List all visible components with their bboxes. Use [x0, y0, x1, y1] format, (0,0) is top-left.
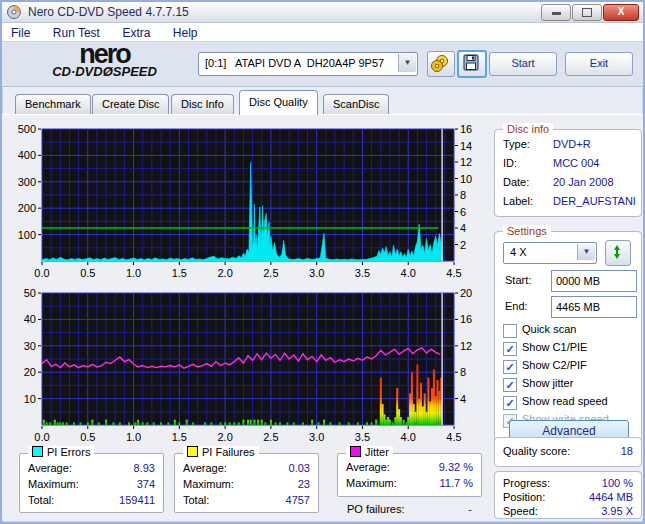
- checkbox-label: Quick scan: [522, 323, 576, 335]
- pif-total-value: 4757: [286, 494, 310, 506]
- menu-help[interactable]: Help: [164, 24, 207, 42]
- svg-text:2.0: 2.0: [217, 267, 232, 279]
- speed-select[interactable]: 4 X ▼: [503, 242, 597, 264]
- jitter-average-value: 9.32 %: [439, 461, 473, 473]
- pi-errors-box: PI Errors Average: 8.93 Maximum: 374 Tot…: [19, 453, 164, 513]
- checkbox-box[interactable]: ✓: [503, 396, 517, 410]
- disc-date-value: 20 Jan 2008: [553, 176, 614, 188]
- close-icon: X: [618, 6, 625, 17]
- minimize-button[interactable]: [541, 4, 571, 21]
- refresh-button[interactable]: [605, 240, 631, 266]
- svg-text:8: 8: [460, 189, 466, 201]
- close-button[interactable]: X: [603, 4, 639, 21]
- svg-text:1.0: 1.0: [126, 267, 141, 279]
- checkbox-box[interactable]: ✓: [503, 378, 517, 392]
- end-position-field[interactable]: [551, 296, 637, 318]
- tab-create-disc[interactable]: Create Disc: [92, 94, 169, 115]
- svg-text:10: 10: [460, 173, 472, 185]
- refresh-arrows-icon: [606, 241, 628, 263]
- jitter-swatch: [350, 446, 361, 457]
- start-position-label: Start:: [505, 274, 531, 286]
- speed-label: Speed:: [503, 505, 538, 517]
- title-bar: Nero CD-DVD Speed 4.7.7.15 X: [2, 2, 643, 23]
- disc-id-label: ID:: [503, 157, 517, 169]
- exit-button[interactable]: Exit: [565, 52, 633, 76]
- checkbox-show-c2-pif[interactable]: ✓Show C2/PIF: [503, 358, 637, 376]
- app-window: Nero CD-DVD Speed 4.7.7.15 X File Run Te…: [0, 0, 645, 524]
- svg-text:10: 10: [24, 393, 36, 405]
- nero-logo: nero CD·DVDØSPEED: [22, 42, 187, 78]
- po-failures-label: PO failures:: [347, 503, 404, 515]
- end-position-label: End:: [505, 300, 528, 312]
- svg-text:12: 12: [460, 340, 472, 352]
- speed-value: 3.95 X: [601, 505, 633, 517]
- tab-benchmark[interactable]: Benchmark: [15, 94, 91, 115]
- pie-average-value: 8.93: [134, 462, 155, 474]
- tab-disc-info[interactable]: Disc Info: [171, 94, 234, 115]
- toolbar: nero CD·DVDØSPEED [0:1] ATAPI DVD A DH20…: [2, 42, 643, 87]
- svg-text:4.0: 4.0: [401, 267, 416, 279]
- checkbox-box[interactable]: ✓: [503, 360, 517, 374]
- pi-failures-title: PI Failures: [183, 446, 259, 458]
- chevron-down-icon[interactable]: ▼: [577, 244, 595, 260]
- svg-text:0.5: 0.5: [80, 431, 95, 443]
- menu-file[interactable]: File: [2, 24, 39, 42]
- chevron-down-icon[interactable]: ▼: [398, 54, 416, 72]
- minimize-icon: [552, 12, 561, 15]
- save-button[interactable]: [457, 50, 487, 78]
- svg-text:4.5: 4.5: [446, 431, 461, 443]
- pie-total-label: Total:: [28, 494, 54, 506]
- svg-text:8: 8: [460, 366, 466, 378]
- svg-text:16: 16: [460, 123, 472, 135]
- svg-text:0.5: 0.5: [80, 267, 95, 279]
- disc-label-value: DER_AUFSTANI: [553, 195, 636, 207]
- settings-title: Settings: [503, 225, 551, 237]
- disc-label-label: Label:: [503, 195, 533, 207]
- tab-disc-quality[interactable]: Disc Quality: [239, 90, 318, 115]
- checkbox-label: Show read speed: [522, 395, 608, 407]
- svg-text:16: 16: [460, 313, 472, 325]
- checkbox-box[interactable]: ✓: [503, 342, 517, 356]
- disc-info-title: Disc info: [503, 123, 553, 135]
- pi-failures-jitter-chart: 1020304050481216200.00.51.01.52.02.53.03…: [4, 287, 490, 449]
- svg-text:500: 500: [18, 123, 36, 135]
- svg-text:12: 12: [460, 156, 472, 168]
- svg-text:6: 6: [460, 206, 466, 218]
- checkbox-show-c1-pie[interactable]: ✓Show C1/PIE: [503, 340, 637, 358]
- drive-select-value: [0:1] ATAPI DVD A DH20A4P 9P57: [205, 57, 384, 69]
- pie-maximum-value: 374: [137, 478, 155, 490]
- checkbox-box[interactable]: [503, 324, 517, 338]
- start-button[interactable]: Start: [489, 52, 557, 76]
- svg-text:3.0: 3.0: [309, 431, 324, 443]
- disc-quality-page: 1002003004005002468101214160.00.51.01.52…: [2, 114, 643, 519]
- speed-select-value: 4 X: [510, 246, 527, 258]
- po-failures-value: -: [432, 503, 472, 515]
- tab-scandisc[interactable]: ScanDisc: [323, 94, 389, 115]
- settings-checkboxes: Quick scan✓Show C1/PIE✓Show C2/PIF✓Show …: [497, 322, 637, 430]
- settings-box: Settings 4 X ▼ Start: End: Quick scan✓Sh…: [494, 231, 642, 451]
- pi-errors-swatch: [32, 446, 43, 457]
- svg-text:2.5: 2.5: [263, 431, 278, 443]
- checkbox-show-read-speed[interactable]: ✓Show read speed: [503, 394, 637, 412]
- eject-disc-button[interactable]: [427, 51, 455, 77]
- svg-text:300: 300: [18, 176, 36, 188]
- checkbox-label: Show C1/PIE: [522, 341, 587, 353]
- cd-dvd-speed-logo-text: CD·DVDØSPEED: [22, 66, 187, 78]
- pi-errors-chart: 1002003004005002468101214160.00.51.01.52…: [4, 123, 490, 285]
- svg-text:4: 4: [460, 222, 466, 234]
- window-title: Nero CD-DVD Speed 4.7.7.15: [28, 5, 189, 19]
- eject-disc-icon: [428, 52, 452, 74]
- drive-select[interactable]: [0:1] ATAPI DVD A DH20A4P 9P57 ▼: [198, 52, 418, 76]
- svg-text:2: 2: [460, 239, 466, 251]
- checkbox-show-jitter[interactable]: ✓Show jitter: [503, 376, 637, 394]
- start-position-field[interactable]: [551, 270, 637, 292]
- svg-text:3.5: 3.5: [355, 267, 370, 279]
- checkbox-quick-scan[interactable]: Quick scan: [503, 322, 637, 340]
- tab-strip: Benchmark Create Disc Disc Info Disc Qua…: [2, 87, 643, 114]
- pif-average-value: 0.03: [289, 462, 310, 474]
- pif-total-label: Total:: [183, 494, 209, 506]
- maximize-button[interactable]: [572, 4, 602, 21]
- svg-text:30: 30: [24, 340, 36, 352]
- pif-maximum-label: Maximum:: [183, 478, 234, 490]
- app-disc-icon: [7, 5, 21, 19]
